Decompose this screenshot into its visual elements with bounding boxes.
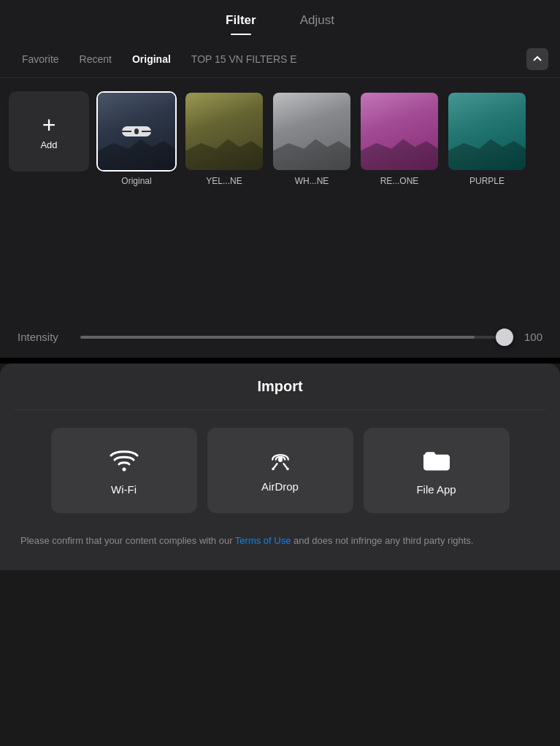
category-top15[interactable]: TOP 15 VN FILTERS E xyxy=(181,50,307,68)
filter-red-thumbnail xyxy=(359,91,440,172)
import-title: Import xyxy=(15,378,545,395)
filter-original[interactable]: Original xyxy=(96,91,177,186)
indicator-line xyxy=(122,131,131,132)
indicator-dot xyxy=(134,128,139,134)
filter-purple-label: PURPLE xyxy=(469,176,505,186)
section-divider xyxy=(0,358,560,364)
add-label: Add xyxy=(40,139,57,150)
terms-text: Please confirm that your content complie… xyxy=(15,534,545,548)
wifi-icon-container xyxy=(110,445,139,474)
filter-yellow[interactable]: YEL...NE xyxy=(184,91,264,186)
slider-thumb[interactable] xyxy=(496,328,513,346)
terms-before: Please confirm that your content complie… xyxy=(20,535,235,546)
import-wifi-option[interactable]: Wi-Fi xyxy=(51,428,197,513)
filter-selected-indicator xyxy=(122,126,151,136)
import-fileapp-option[interactable]: File App xyxy=(364,428,510,513)
filter-white-label: WH...NE xyxy=(295,176,329,186)
terms-of-use-link[interactable]: Terms of Use xyxy=(235,535,291,546)
filter-thumbnails-row: + Add Original YEL...NE xyxy=(0,78,560,199)
terms-after: and does not infringe any third party ri… xyxy=(291,535,473,546)
filter-purple-thumbnail xyxy=(447,91,527,172)
filter-white[interactable]: WH...NE xyxy=(272,91,352,186)
fileapp-label: File App xyxy=(416,483,456,496)
svg-point-0 xyxy=(122,468,126,472)
import-options: Wi-Fi AirDrop xyxy=(15,428,545,513)
filter-yellow-thumbnail xyxy=(184,91,264,172)
svg-point-5 xyxy=(286,468,289,471)
thumb-bg-yellow xyxy=(185,93,263,170)
airdrop-icon xyxy=(267,445,294,472)
intensity-slider[interactable] xyxy=(80,336,505,339)
wifi-icon xyxy=(110,447,139,472)
filter-add-button[interactable]: + Add xyxy=(9,91,89,172)
intensity-value: 100 xyxy=(516,331,542,343)
tab-filter[interactable]: Filter xyxy=(226,13,256,34)
intensity-row: Intensity 100 xyxy=(0,316,560,358)
slider-fill xyxy=(80,336,475,339)
thumb-bg-red xyxy=(361,93,438,170)
category-original[interactable]: Original xyxy=(122,50,181,68)
plus-icon: + xyxy=(42,113,56,136)
filter-section: Filter Adjust Favorite Recent Original T… xyxy=(0,0,560,358)
import-section: Import Wi-Fi xyxy=(0,364,560,570)
import-divider xyxy=(15,409,545,410)
fileapp-icon-container xyxy=(422,445,451,474)
svg-point-4 xyxy=(272,468,275,471)
category-recent[interactable]: Recent xyxy=(69,50,122,68)
tab-bar: Filter Adjust xyxy=(0,0,560,41)
filter-yellow-label: YEL...NE xyxy=(206,176,242,186)
wifi-label: Wi-Fi xyxy=(111,483,137,496)
category-expand-button[interactable] xyxy=(526,48,548,70)
svg-point-1 xyxy=(277,458,282,462)
thumb-bg-purple xyxy=(448,93,526,170)
filter-original-thumbnail xyxy=(96,91,177,172)
category-favorite[interactable]: Favorite xyxy=(12,50,69,68)
filter-white-thumbnail xyxy=(272,91,352,172)
intensity-label: Intensity xyxy=(18,331,69,343)
indicator-line-2 xyxy=(142,131,151,132)
import-airdrop-option[interactable]: AirDrop xyxy=(207,428,353,513)
airdrop-label: AirDrop xyxy=(261,480,299,493)
tab-adjust[interactable]: Adjust xyxy=(300,13,334,34)
airdrop-icon-container xyxy=(267,445,294,472)
filter-purple[interactable]: PURPLE xyxy=(447,91,527,186)
category-nav: Favorite Recent Original TOP 15 VN FILTE… xyxy=(0,41,560,78)
fileapp-icon xyxy=(423,447,450,473)
filter-original-label: Original xyxy=(121,176,151,186)
filter-red[interactable]: RE...ONE xyxy=(359,91,440,186)
thumb-bg-white xyxy=(273,93,350,170)
filter-red-label: RE...ONE xyxy=(380,176,419,186)
